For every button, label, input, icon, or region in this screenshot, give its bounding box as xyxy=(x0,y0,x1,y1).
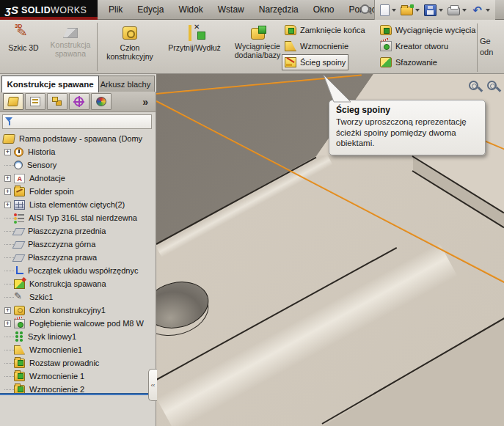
expand-icon[interactable]: + xyxy=(4,175,11,182)
expand-icon[interactable]: + xyxy=(4,320,11,327)
toolbar-button-zamknięcie-końca[interactable]: Zamknięcie końca xyxy=(282,22,376,38)
toolbar-small-column: Wyciągnięcie wycięciaKreator otworuSfazo… xyxy=(377,22,471,70)
tree-item-człon-konstrukcyjny1[interactable]: +Człon konstrukcyjny1 xyxy=(0,304,156,317)
tree-item-lista-elementów-ciętych-2[interactable]: +Lista elementów ciętych(2) xyxy=(0,198,156,211)
tab-propertymanager[interactable] xyxy=(25,93,45,110)
quickbar-new-document-button[interactable] xyxy=(380,4,396,16)
expand-icon[interactable]: + xyxy=(4,149,11,155)
tree-item-label: Rozstaw prowadnic xyxy=(29,359,99,367)
tree-item-płaszczyzna-przednia[interactable]: Płaszczyzna przednia xyxy=(0,224,156,238)
quickbar-open-button[interactable] xyxy=(401,4,420,15)
menu-widok[interactable]: Widok xyxy=(171,0,210,19)
pin-menu-icon[interactable] xyxy=(359,4,370,15)
tree-filter xyxy=(2,114,152,129)
menu-okno[interactable]: Okno xyxy=(306,0,342,19)
command-manager-tabs: OperacjeSzkicArkusz blachyKonstrukcje sp… xyxy=(0,74,504,92)
toolbar-button-label: Przytnij/Wydłuż xyxy=(168,43,221,52)
rollback-bar[interactable] xyxy=(0,393,156,395)
menu-edycja[interactable]: Edycja xyxy=(130,0,171,19)
toolbar-separator xyxy=(97,23,98,71)
solidworks-logo-icon: ʒS xyxy=(5,4,18,16)
toolbar-button-label: Konstrukcja spawana xyxy=(45,40,95,58)
tab-featuremanager-tree[interactable] xyxy=(3,93,23,110)
tree-item-folder-spoin[interactable]: +Folder spoin xyxy=(0,185,156,198)
tab-konstrukcje-spawane[interactable]: Konstrukcje spawane xyxy=(1,76,99,92)
tree-item-płaszczyzna-górna[interactable]: Płaszczyzna górna xyxy=(0,238,156,251)
weld-bead-icon xyxy=(285,57,296,67)
dropdown-arrow-icon[interactable] xyxy=(392,9,396,12)
tree-item-początek-układu-współrzędnyc[interactable]: Początek układu współrzędnyc xyxy=(0,264,156,277)
tooltip: Ścieg spoiny Tworzy uproszczoną reprezen… xyxy=(329,100,486,155)
toolbar-button-wyciągnięcie-wycięcia[interactable]: Wyciągnięcie wycięcia xyxy=(377,22,471,38)
menu-wstaw[interactable]: Wstaw xyxy=(211,0,252,19)
toolbar-small-column: Zamknięcie końcaWzmocnienieŚcieg spoiny xyxy=(282,22,376,70)
weldment-gray-icon xyxy=(63,28,78,38)
expand-icon[interactable]: + xyxy=(4,188,11,195)
plane-icon xyxy=(12,254,26,262)
feature-manager-panel: » Rama podstawy - spawana (Domy+Historia… xyxy=(0,92,156,426)
tree-item-label: Sensory xyxy=(27,161,56,169)
toolbar-button-label: Sfazowanie xyxy=(395,58,437,67)
toolbar-button-geometria-odniesienia-clipped[interactable]: Ge odn xyxy=(480,36,504,58)
dropdown-arrow-icon[interactable] xyxy=(486,9,490,12)
toolbar-button-kreator-otworu[interactable]: Kreator otworu xyxy=(377,38,471,54)
open-icon xyxy=(401,7,413,15)
sketch-icon xyxy=(14,293,25,302)
toolbar-button-label: Kreator otworu xyxy=(395,42,448,51)
tree-connector xyxy=(4,271,14,271)
menu-items: PlikEdycjaWidokWstawNarzędziaOknoPomoc xyxy=(101,0,384,19)
quickbar-print-button[interactable] xyxy=(448,5,467,15)
tree-item-szyk-liniowy1[interactable]: Szyk liniowy1 xyxy=(0,330,156,343)
tree-item-wzmocnienie1[interactable]: Wzmocnienie1 xyxy=(0,343,156,356)
tree-item-label: Człon konstrukcyjny1 xyxy=(29,306,106,315)
tab-configurationmanager[interactable] xyxy=(47,93,67,110)
panel-expand-chevrons[interactable]: » xyxy=(142,96,153,108)
tree-item-rozstaw-prowadnic[interactable]: Rozstaw prowadnic xyxy=(0,356,156,370)
tree-item-root[interactable]: Rama podstawy - spawana (Domy xyxy=(0,132,156,145)
tree-item-adnotacje[interactable]: +Adnotacje xyxy=(0,172,156,185)
toolbar-small-buttons: Zamknięcie końcaWzmocnienieŚcieg spoinyW… xyxy=(282,22,472,70)
material-icon xyxy=(14,213,24,223)
tree-item-aisi-typ-316l-stal-nierdzewna[interactable]: AISI Typ 316L stal nierdzewna xyxy=(0,211,156,224)
menu-narzędzia[interactable]: Narzędzia xyxy=(252,0,306,19)
tab-displaymanager[interactable] xyxy=(91,93,112,110)
configurationmanager-icon xyxy=(52,97,58,102)
dropdown-arrow-icon[interactable] xyxy=(462,9,467,12)
tree-item-szkic1[interactable]: Szkic1 xyxy=(0,290,156,304)
tab-dimxpertmanager[interactable] xyxy=(69,93,90,110)
tree-item-historia[interactable]: +Historia xyxy=(0,145,156,158)
toolbar-button-wyciągnięcie-dodania-bazy[interactable]: Wyciągnięcie dodania/bazy xyxy=(228,21,287,73)
tree-connector xyxy=(4,389,14,390)
expand-icon[interactable]: + xyxy=(4,307,11,314)
toolbar-button-przytnij-wydłuż[interactable]: Przytnij/Wydłuż xyxy=(161,21,228,73)
panel-splitter-handle[interactable]: ‹‹ xyxy=(148,369,157,401)
filter-input[interactable] xyxy=(16,116,149,128)
displaymanager-icon xyxy=(96,97,106,106)
expand-icon[interactable]: + xyxy=(4,202,11,208)
toolbar-button-sfazowanie[interactable]: Sfazowanie xyxy=(377,54,471,70)
quickbar-undo-button[interactable]: ↶ xyxy=(471,4,490,16)
toolbar-button-wzmocnienie[interactable]: Wzmocnienie xyxy=(282,38,376,54)
tree-item-konstrukcja-spawana[interactable]: Konstrukcja spawana xyxy=(0,277,156,290)
menu-plik[interactable]: Plik xyxy=(101,0,130,19)
toolbar-large-buttons: Szkic 3DKonstrukcja spawanaCzłon konstru… xyxy=(1,21,287,73)
tree-item-wzmocnienie-1[interactable]: Wzmocnienie 1 xyxy=(0,370,156,383)
subweld-icon xyxy=(14,359,25,368)
dropdown-arrow-icon[interactable] xyxy=(415,9,420,12)
tree-item-sensory[interactable]: Sensory xyxy=(0,158,156,172)
tree-item-label: Płaszczyzna górna xyxy=(28,240,95,249)
print-icon xyxy=(448,7,460,15)
panel-icon-bar: » xyxy=(0,92,156,112)
tab-arkusz-blachy[interactable]: Arkusz blachy xyxy=(96,76,155,92)
dropdown-arrow-icon[interactable] xyxy=(439,9,443,12)
toolbar-button-ścieg-spoiny[interactable]: Ścieg spoiny xyxy=(282,54,348,70)
sensors-icon xyxy=(14,161,23,169)
quickbar-save-button[interactable] xyxy=(424,4,443,16)
tree-item-płaszczyzna-prawa[interactable]: Płaszczyzna prawa xyxy=(0,251,156,264)
toolbar-button-człon-konstrukcyjny[interactable]: Człon konstrukcyjny xyxy=(99,21,161,73)
tab-strip: OperacjeSzkicArkusz blachyKonstrukcje sp… xyxy=(1,76,156,92)
toolbar-button-szkic-3d[interactable]: Szkic 3D xyxy=(1,21,45,73)
filter-funnel-icon xyxy=(5,117,13,126)
tree-item-pogłębienie-walcowe-pod-m8-w[interactable]: +Pogłębienie walcowe pod M8 W xyxy=(0,317,156,330)
part-icon xyxy=(2,134,15,144)
